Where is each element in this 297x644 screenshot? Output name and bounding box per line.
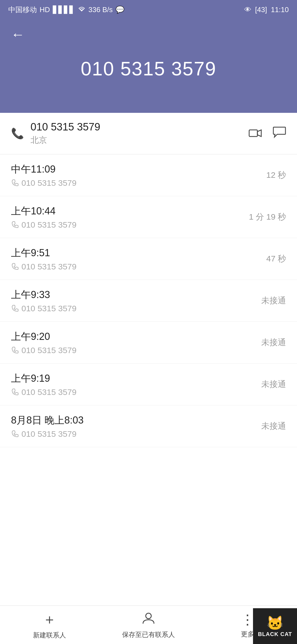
status-right: 👁 [43] 11:10 — [244, 6, 289, 14]
call-duration: 未接通 — [261, 337, 286, 348]
call-item[interactable]: 8月8日 晚上8:03 010 5315 3579 未接通 — [0, 405, 297, 447]
cat-icon: 🐱 — [266, 615, 284, 631]
call-duration: 1 分 19 秒 — [249, 211, 286, 223]
call-log-number: 010 5315 3579 — [21, 178, 76, 188]
call-log-number: 010 5315 3579 — [21, 220, 76, 230]
svg-rect-0 — [249, 130, 257, 137]
time-display: 11:10 — [271, 6, 289, 14]
call-log: 中午11:09 010 5315 3579 12 秒 上午10:44 010 5… — [0, 154, 297, 447]
call-log-phone-icon — [11, 388, 19, 396]
more-icon: ⋮ — [241, 612, 254, 627]
call-log-phone-icon — [11, 305, 19, 312]
call-log-phone-icon — [11, 346, 19, 354]
call-log-number: 010 5315 3579 — [21, 388, 76, 397]
call-duration: 未接通 — [261, 379, 286, 390]
battery-icon: [43] — [255, 6, 267, 14]
network-type: HD — [40, 6, 50, 14]
contact-location: 北京 — [31, 135, 100, 146]
call-log-number: 010 5315 3579 — [21, 304, 76, 313]
eye-icon: 👁 — [244, 6, 251, 14]
black-cat-watermark: 🐱 BLACK CAT — [253, 608, 297, 644]
call-time: 上午9:20 — [11, 330, 76, 343]
call-item[interactable]: 上午9:51 010 5315 3579 47 秒 — [0, 238, 297, 280]
call-item-left: 上午9:20 010 5315 3579 — [11, 330, 76, 355]
wifi-icon — [78, 6, 86, 14]
data-speed: 336 B/s — [89, 6, 113, 14]
call-item[interactable]: 上午9:19 010 5315 3579 未接通 — [0, 364, 297, 405]
call-item[interactable]: 上午10:44 010 5315 3579 1 分 19 秒 — [0, 196, 297, 238]
contact-left: 📞 010 5315 3579 北京 — [11, 121, 100, 146]
call-number-row: 010 5315 3579 — [11, 178, 76, 188]
call-log-number: 010 5315 3579 — [21, 262, 76, 271]
hero-phone-number: 010 5315 3579 — [11, 58, 286, 91]
bottom-nav: ＋ 新建联系人 保存至已有联系人 ⋮ 更多 🐱 BLACK CAT — [0, 605, 297, 644]
call-number-row: 010 5315 3579 — [11, 346, 76, 355]
call-log-phone-icon — [11, 221, 19, 229]
call-item-left: 上午9:19 010 5315 3579 — [11, 372, 76, 397]
call-item[interactable]: 上午9:20 010 5315 3579 未接通 — [0, 322, 297, 364]
call-time: 上午10:44 — [11, 204, 76, 218]
status-bar: 中国移动 HD ▋▋▋▋ 336 B/s 💬 👁 [43] 11:10 — [0, 0, 297, 19]
call-number-row: 010 5315 3579 — [11, 304, 76, 313]
call-item[interactable]: 中午11:09 010 5315 3579 12 秒 — [0, 154, 297, 196]
call-item-left: 上午10:44 010 5315 3579 — [11, 204, 76, 230]
call-duration: 未接通 — [261, 295, 286, 306]
hero-section: ← 010 5315 3579 — [0, 19, 297, 113]
call-duration: 12 秒 — [266, 170, 286, 181]
call-log-number: 010 5315 3579 — [21, 346, 76, 355]
call-item-left: 上午9:51 010 5315 3579 — [11, 246, 76, 271]
message-button[interactable] — [273, 126, 286, 141]
call-log-phone-icon — [11, 263, 19, 271]
call-item-left: 中午11:09 010 5315 3579 — [11, 163, 76, 188]
call-item-left: 8月8日 晚上8:03 010 5315 3579 — [11, 414, 84, 439]
call-duration: 47 秒 — [266, 253, 286, 264]
save-contact-label: 保存至已有联系人 — [122, 630, 175, 639]
black-cat-text: BLACK CAT — [258, 631, 292, 637]
call-item[interactable]: 上午9:33 010 5315 3579 未接通 — [0, 280, 297, 322]
call-number-row: 010 5315 3579 — [11, 388, 76, 397]
phone-icon: 📞 — [11, 127, 24, 140]
call-time: 上午9:51 — [11, 246, 76, 260]
nav-new-contact[interactable]: ＋ 新建联系人 — [0, 610, 99, 640]
more-label: 更多 — [241, 630, 254, 638]
status-left: 中国移动 HD ▋▋▋▋ 336 B/s 💬 — [8, 5, 124, 15]
signal-icon: ▋▋▋▋ — [53, 6, 75, 14]
call-log-phone-icon — [11, 179, 19, 187]
svg-point-1 — [146, 613, 151, 619]
call-time: 上午9:33 — [11, 288, 76, 302]
contact-actions — [249, 126, 286, 141]
contact-details: 010 5315 3579 北京 — [31, 121, 100, 146]
back-button[interactable]: ← — [11, 28, 25, 41]
call-number-row: 010 5315 3579 — [11, 262, 76, 271]
call-time: 中午11:09 — [11, 163, 76, 176]
call-number-row: 010 5315 3579 — [11, 220, 76, 230]
wechat-icon: 💬 — [116, 6, 124, 14]
save-contact-icon — [142, 611, 155, 628]
carrier-label: 中国移动 — [8, 5, 37, 15]
call-time: 上午9:19 — [11, 372, 76, 385]
video-call-button[interactable] — [249, 126, 262, 141]
call-number-row: 010 5315 3579 — [11, 429, 84, 439]
contact-info-row: 📞 010 5315 3579 北京 — [0, 113, 297, 154]
contact-phone-number: 010 5315 3579 — [31, 121, 100, 133]
new-contact-label: 新建联系人 — [33, 631, 66, 640]
call-item-left: 上午9:33 010 5315 3579 — [11, 288, 76, 313]
new-contact-icon: ＋ — [43, 610, 56, 629]
nav-save-contact[interactable]: 保存至已有联系人 — [99, 611, 198, 639]
call-log-number: 010 5315 3579 — [21, 429, 76, 439]
call-duration: 未接通 — [261, 421, 286, 432]
call-log-phone-icon — [11, 430, 19, 438]
call-time: 8月8日 晚上8:03 — [11, 414, 84, 427]
